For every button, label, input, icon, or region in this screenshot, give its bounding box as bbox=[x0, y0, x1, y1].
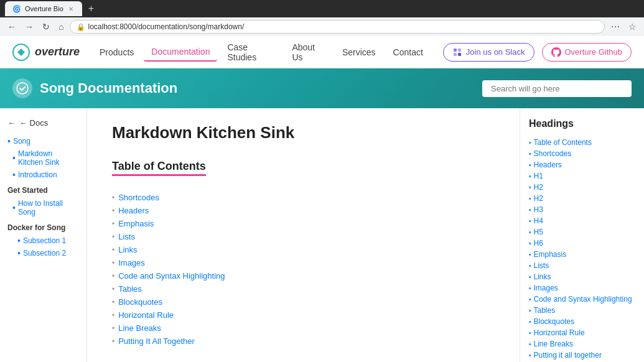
slack-button[interactable]: Join us on Slack bbox=[443, 43, 534, 62]
toc-link-blockquotes[interactable]: Blockquotes bbox=[118, 297, 162, 307]
extensions-button[interactable]: ⋯ bbox=[609, 21, 622, 33]
site-nav: Products Documentation Case Studies Abou… bbox=[92, 39, 431, 66]
home-button[interactable]: ⌂ bbox=[56, 21, 66, 33]
nav-case-studies[interactable]: Case Studies bbox=[220, 39, 282, 66]
overture-logo-icon bbox=[12, 44, 30, 61]
new-tab-button[interactable]: + bbox=[85, 2, 98, 16]
sidebar-item-sub2[interactable]: Subsection 2 bbox=[7, 247, 79, 259]
github-button[interactable]: Overture Github bbox=[542, 43, 632, 62]
heading-link-h6[interactable]: H6 bbox=[534, 239, 543, 248]
toc-link-linebreaks[interactable]: Line Breaks bbox=[118, 323, 161, 333]
heading-link-shortcodes[interactable]: Shortcodes bbox=[534, 149, 572, 158]
sidebar-link-sub1[interactable]: Subsection 1 bbox=[23, 235, 66, 246]
browser-chrome: 🌀 Overture Bio ✕ + ← → ↻ ⌂ 🔒 localhost:8… bbox=[0, 0, 644, 36]
site-logo[interactable]: overture bbox=[12, 44, 80, 61]
browser-tab-active[interactable]: 🌀 Overture Bio ✕ bbox=[5, 1, 82, 16]
svg-rect-2 bbox=[458, 49, 461, 52]
svg-rect-1 bbox=[454, 49, 457, 52]
sidebar-item-song[interactable]: Song bbox=[7, 135, 79, 147]
star-button[interactable]: ☆ bbox=[626, 21, 639, 33]
browser-toolbar: ← → ↻ ⌂ 🔒 localhost:8000/documentation/s… bbox=[0, 17, 644, 36]
toc-item-hr: Horizontal Rule bbox=[112, 309, 495, 322]
sidebar-item-markdown[interactable]: Markdown Kitchen Sink bbox=[7, 147, 79, 169]
heading-link-tables[interactable]: Tables bbox=[534, 306, 556, 315]
github-icon bbox=[551, 47, 561, 57]
heading-link-horizontal-rule[interactable]: Horizontal Rule bbox=[534, 328, 585, 337]
heading-link-links[interactable]: Links bbox=[534, 272, 551, 281]
toc-section: Table of Contents Shortcodes Headers Emp… bbox=[112, 160, 495, 348]
heading-link-h2-a[interactable]: H2 bbox=[534, 183, 543, 192]
nav-about-us[interactable]: About Us bbox=[284, 39, 332, 66]
toc-item-blockquotes: Blockquotes bbox=[112, 295, 495, 309]
heading-link-h4[interactable]: H4 bbox=[534, 216, 543, 225]
heading-item-h6: H6 bbox=[529, 238, 635, 249]
sidebar-link-sub2[interactable]: Subsection 2 bbox=[23, 248, 66, 259]
hero-title: Song Documentation bbox=[40, 80, 177, 96]
heading-link-code-syntax[interactable]: Code and Syntax Highlighting bbox=[534, 295, 632, 304]
heading-item-blockquotes: Blockquotes bbox=[529, 316, 635, 327]
toc-link-images[interactable]: Images bbox=[118, 258, 145, 267]
sidebar-link-intro[interactable]: Introduction bbox=[18, 169, 57, 180]
heading-link-h5[interactable]: H5 bbox=[534, 228, 543, 236]
heading-item-emphasis: Emphasis bbox=[529, 249, 635, 260]
tab-close-button[interactable]: ✕ bbox=[67, 5, 75, 12]
sidebar-back-link[interactable]: ← ← Docs bbox=[7, 118, 79, 128]
nav-products[interactable]: Products bbox=[92, 44, 141, 61]
toc-link-emphasis[interactable]: Emphasis bbox=[118, 219, 154, 228]
toc-link-links[interactable]: Links bbox=[118, 245, 137, 254]
toc-link-lists[interactable]: Lists bbox=[118, 232, 135, 241]
toc-link-shortcodes[interactable]: Shortcodes bbox=[118, 193, 159, 202]
toc-link-code[interactable]: Code and Syntax Highlighting bbox=[118, 271, 225, 281]
forward-button[interactable]: → bbox=[22, 21, 36, 33]
heading-link-images[interactable]: Images bbox=[534, 284, 558, 292]
heading-link-h2-b[interactable]: H2 bbox=[534, 194, 543, 203]
checkmark-shield-icon bbox=[16, 82, 29, 95]
heading-link-h1[interactable]: H1 bbox=[534, 172, 543, 180]
heading-item-horizontal-rule: Horizontal Rule bbox=[529, 327, 635, 338]
sidebar-docker: Docker for Song bbox=[7, 223, 79, 232]
heading-item-line-breaks: Line Breaks bbox=[529, 338, 635, 350]
reload-button[interactable]: ↻ bbox=[40, 21, 52, 33]
heading-link-line-breaks[interactable]: Line Breaks bbox=[534, 340, 573, 348]
heading-link-emphasis[interactable]: Emphasis bbox=[534, 250, 567, 259]
left-sidebar: ← ← Docs Song Markdown Kitchen Sink Intr… bbox=[0, 108, 87, 362]
heading-link-toc[interactable]: Table of Contents bbox=[534, 138, 592, 147]
heading-item-links: Links bbox=[529, 271, 635, 282]
toc-item-links: Links bbox=[112, 243, 495, 256]
heading-item-h2-a: H2 bbox=[529, 182, 635, 193]
heading-link-putting-together[interactable]: Putting it all together bbox=[534, 351, 602, 360]
back-arrow-icon: ← bbox=[7, 118, 16, 128]
nav-documentation[interactable]: Documentation bbox=[144, 43, 217, 62]
heading-item-code-syntax: Code and Syntax Highlighting bbox=[529, 294, 635, 305]
search-input[interactable] bbox=[482, 80, 632, 97]
sidebar-link-install[interactable]: How to Install Song bbox=[18, 198, 79, 218]
sidebar-link-song[interactable]: Song bbox=[13, 136, 30, 147]
heading-item-putting-together: Putting it all together bbox=[529, 350, 635, 361]
toc-link-headers[interactable]: Headers bbox=[118, 206, 149, 215]
heading-link-headers[interactable]: Headers bbox=[534, 160, 562, 169]
sidebar-link-markdown[interactable]: Markdown Kitchen Sink bbox=[18, 148, 79, 168]
heading-link-lists[interactable]: Lists bbox=[534, 261, 549, 270]
sidebar-item-install[interactable]: How to Install Song bbox=[7, 197, 79, 218]
browser-tab-bar: 🌀 Overture Bio ✕ + bbox=[0, 0, 644, 17]
heading-item-h4: H4 bbox=[529, 215, 635, 226]
heading-item-h5: H5 bbox=[529, 226, 635, 238]
toc-link-all[interactable]: Putting It All Together bbox=[118, 336, 195, 346]
toc-heading: Table of Contents bbox=[112, 160, 206, 176]
sidebar-item-intro[interactable]: Introduction bbox=[7, 169, 79, 181]
heading-item-h2-b: H2 bbox=[529, 193, 635, 204]
toc-link-tables[interactable]: Tables bbox=[118, 284, 142, 294]
sidebar-item-sub1[interactable]: Subsection 1 bbox=[7, 234, 79, 247]
nav-services[interactable]: Services bbox=[335, 44, 383, 61]
toc-link-hr[interactable]: Horizontal Rule bbox=[118, 310, 174, 320]
heading-link-h3[interactable]: H3 bbox=[534, 205, 543, 214]
address-bar[interactable]: 🔒 localhost:8000/documentation/song/mark… bbox=[70, 20, 605, 34]
hero-icon bbox=[12, 78, 32, 98]
right-sidebar: Headings Table of Contents Shortcodes He… bbox=[520, 108, 644, 362]
hero-banner: Song Documentation bbox=[0, 68, 644, 108]
toc-item-images: Images bbox=[112, 256, 495, 269]
nav-contact[interactable]: Contact bbox=[386, 44, 431, 61]
toc-item-headers: Headers bbox=[112, 204, 495, 217]
heading-link-blockquotes[interactable]: Blockquotes bbox=[534, 317, 574, 326]
back-button[interactable]: ← bbox=[5, 21, 19, 33]
